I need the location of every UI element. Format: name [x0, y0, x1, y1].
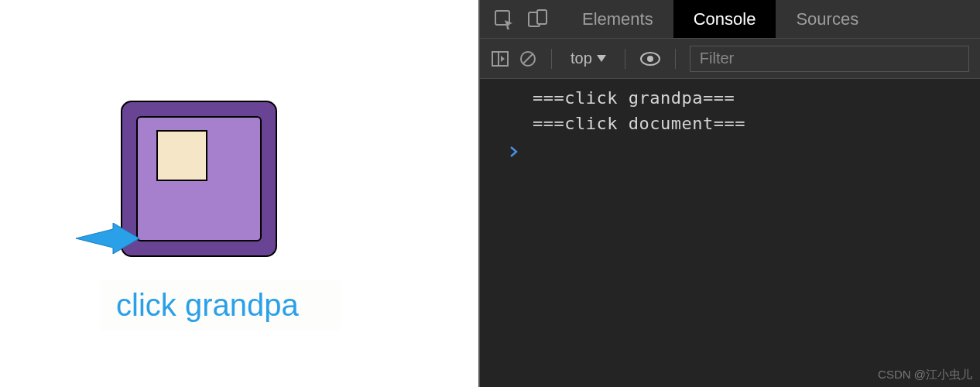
tab-console[interactable]: Console [673, 0, 776, 38]
svg-rect-5 [492, 52, 508, 66]
clear-console-icon[interactable] [519, 50, 537, 68]
device-toggle-icon[interactable] [528, 9, 548, 29]
devtools-panel: Elements Console Sources top ===clic [478, 0, 980, 387]
filter-input[interactable] [690, 46, 969, 72]
context-label: top [571, 50, 592, 67]
chevron-down-icon [597, 55, 606, 63]
parent-box[interactable] [136, 116, 262, 241]
console-toolbar: top [480, 39, 980, 79]
chevron-right-icon [509, 146, 519, 158]
context-selector[interactable]: top [566, 50, 611, 67]
grandpa-box[interactable] [121, 101, 277, 257]
svg-marker-10 [597, 55, 606, 62]
tab-elements[interactable]: Elements [562, 0, 673, 38]
tab-sources[interactable]: Sources [776, 0, 879, 38]
devtools-tabbar: Elements Console Sources [480, 0, 980, 39]
console-prompt[interactable] [480, 136, 980, 163]
svg-point-12 [647, 56, 653, 62]
inspect-icon[interactable] [494, 9, 514, 29]
console-output: ===click grandpa=== ===click document=== [480, 79, 980, 169]
svg-marker-7 [501, 56, 505, 62]
eye-icon[interactable] [639, 51, 661, 67]
svg-line-9 [523, 54, 533, 63]
watermark: CSDN @江小虫儿 [878, 368, 972, 382]
child-box[interactable] [156, 130, 207, 181]
demo-pane: click grandpa [0, 0, 478, 387]
separator [625, 49, 625, 69]
separator [675, 49, 676, 69]
separator [551, 49, 552, 69]
click-label: click grandpa [101, 280, 341, 330]
log-line: ===click grandpa=== [480, 85, 980, 111]
svg-rect-4 [537, 10, 547, 24]
log-line: ===click document=== [480, 111, 980, 136]
sidebar-toggle-icon[interactable] [491, 50, 509, 68]
